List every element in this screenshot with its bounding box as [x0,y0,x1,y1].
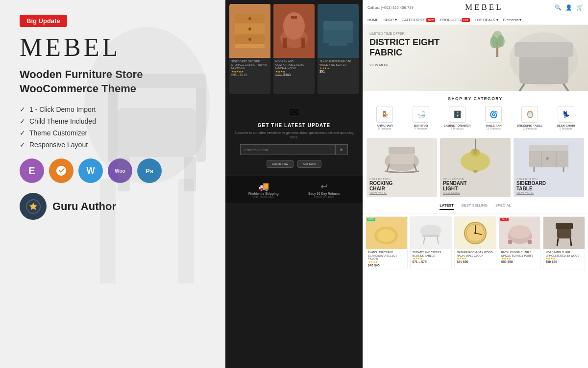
newsletter-email-input[interactable] [240,144,335,155]
svg-rect-26 [323,21,353,30]
hero-plant [490,27,505,59]
category-cabinet[interactable]: 🗄️ CABINET DRAWER 5 Products [440,106,474,130]
svg-line-73 [570,238,571,246]
tab-special[interactable]: SPECIAL [495,203,511,210]
category-armchair[interactable]: 🪑 ARMCHAIR 5 Products [368,106,402,130]
product-card-lounge[interactable]: SALE RIVO LOUNGE CHAIR 3 SINGLE SOFAS & … [499,216,541,269]
category-fan[interactable]: 🌀 TABLE FAN 13 Products [476,106,511,130]
product-sale-badge: SALE [500,218,509,221]
lounge-img [499,217,540,249]
product-tabs: LATEST BEST SELLING SPECIAL [363,200,588,213]
svg-rect-70 [557,228,571,238]
svg-point-36 [490,36,498,48]
svg-point-5 [29,204,31,206]
svg-point-56 [377,229,395,242]
newsletter-send-button[interactable]: ➤ [335,144,348,155]
nav-home[interactable]: HOME [368,18,379,22]
pendant-light-img [440,138,511,175]
svg-point-18 [248,27,251,30]
nav-deals[interactable]: TOP DEALS ▾ [475,18,498,22]
svg-line-32 [519,84,524,91]
dark-product-card[interactable]: SIDEBOARD BEDSIDE STORAGE CABINET WITH 6… [229,4,270,94]
rocking-chair-link[interactable]: VIEW MORE [369,191,434,194]
search-icon[interactable]: 🔍 [555,4,562,11]
newsletter-title: GET THE LATEST UPDATE [233,123,355,128]
pendant-light-info: COLLECTION PENDANTLIGHT VIEW MORE [440,175,511,197]
svg-rect-30 [519,54,568,84]
store-nav: HOME SHOP ▾ CATEGORIES NEW PRODUCTS HOT … [363,15,588,25]
nav-products[interactable]: PRODUCTS HOT [440,18,470,22]
rocking-chair-img [367,138,437,175]
collections-row: COLLECTION ROCKINGCHAIR VIEW MORE [363,135,588,200]
bathtub-icon: 🛁 [413,106,429,123]
categories-badge: NEW [426,18,435,22]
svg-point-46 [473,170,478,173]
app-store-button[interactable]: App Store [297,160,321,168]
pillow-img [366,217,407,249]
shipping-sub: Order Above $100 [248,195,278,198]
category-desk[interactable]: 💺 DESK CHAIR 5 Products [549,106,583,130]
cabinet-icon: 🗄️ [449,106,466,123]
collection-pendant-light[interactable]: COLLECTION PENDANTLIGHT VIEW MORE [440,138,511,197]
cart-icon[interactable]: 🛒 [576,4,583,11]
left-panel: Big Update MEBEL Wooden Furniture Store … [0,0,225,368]
svg-line-72 [557,238,558,246]
dark-product-card[interactable]: JANSO FURNITURE OAK WOOD TWO SEATER ★★★★… [318,4,359,94]
shipping-bar: 🚚 Worldwide Shipping Order Above $100 ↩ … [225,176,363,203]
svg-rect-69 [528,240,532,244]
dark-product-name: SIDEBOARD BEDSIDE STORAGE CABINET WITH 6… [231,60,269,70]
svg-rect-24 [291,16,297,19]
elementor-icon: E [20,158,44,183]
account-icon[interactable]: 👤 [565,4,572,11]
dark-product-card[interactable]: MODERN AND COMFORTABLE ACRA LOUNGE CHAIR… [273,4,315,94]
rocking-chair-info: COLLECTION ROCKINGCHAIR VIEW MORE [367,175,437,197]
newsletter-form[interactable]: ➤ [240,144,348,155]
svg-rect-68 [508,240,512,244]
nav-elements[interactable]: Elements ▾ [503,18,521,22]
category-bathtub[interactable]: 🛁 BATHTUB 4 Products [404,106,438,130]
svg-rect-71 [556,223,573,229]
hero-view-more-button[interactable]: VIEW MORE [369,63,390,67]
svg-rect-12 [184,157,196,191]
product-info: THEWBY END TABLES BEDSIDE TABLES ★★★★ $7… [411,249,452,265]
svg-rect-9 [196,79,206,162]
product-card-pillow[interactable]: NEW EVANS LIGHTFIELD SCANDINAVIA SELECT … [366,216,408,269]
store-phone: Call us: (+002) 325-456-789 [368,5,414,10]
dark-product-price: $95 – $119 [231,73,269,77]
product-info: NIVI DINING CHAIR UPHOLSTERED 3D WOOD ★★… [543,249,585,265]
svg-point-19 [248,38,251,41]
nav-shop[interactable]: SHOP ▾ [384,18,397,22]
svg-rect-48 [529,150,568,167]
nav-categories[interactable]: CATEGORIES NEW [402,18,435,22]
check-icon: ✓ [20,129,25,137]
dressing-icon: 🪞 [521,106,538,123]
product-badge: NEW [367,218,375,221]
product-card-clock[interactable]: NATURE ROOM OAK WOOD RADIO WALL CLOCK ★★… [454,216,496,269]
shipping-item: 🚚 Worldwide Shipping Order Above $100 [248,181,278,198]
product-card-table[interactable]: THEWBY END TABLES BEDSIDE TABLES ★★★★ $7… [410,216,452,269]
svg-rect-10 [108,74,206,88]
tab-best-selling[interactable]: BEST SELLING [462,203,488,210]
svg-point-6 [35,204,37,206]
svg-point-51 [546,157,549,160]
shipping-icon: 🚚 [248,181,278,192]
store-hero: LIMITED TIME OFFER !! DISTRICT EIGHTFABR… [363,25,588,91]
collection-sideboard-table[interactable]: COLLECTION SIDEBOARDTABLE VIEW MORE [514,138,584,197]
hero-title: DISTRICT EIGHTFABRIC [369,37,448,57]
product-card-dining[interactable]: NIVI DINING CHAIR UPHOLSTERED 3D WOOD ★★… [543,216,585,269]
category-dressing[interactable]: 🪞 DRESSING TABLE 13 Products [513,106,547,130]
dining-img [543,217,585,249]
svg-rect-27 [323,43,329,49]
pendant-light-link[interactable]: VIEW MORE [443,191,508,194]
store-right-panel: Call us: (+002) 325-456-789 MEBEL 🔍 👤 🛒 … [363,0,588,368]
armchair-icon: 🪑 [376,106,393,123]
desk-icon: 💺 [558,106,574,123]
google-play-button[interactable]: Google Play [267,160,294,168]
collection-rocking-chair[interactable]: COLLECTION ROCKINGCHAIR VIEW MORE [367,138,437,197]
dark-product-name: MODERN AND COMFORTABLE ACRA LOUNGE CHAIR [275,60,313,70]
sideboard-table-link[interactable]: VIEW MORE [516,191,581,194]
big-update-badge: Big Update [20,15,67,27]
categories-section: SHOP BY CATEGORY 🪑 ARMCHAIR 5 Products 🛁… [363,91,588,135]
categories-title: SHOP BY CATEGORY [368,96,583,101]
tab-latest[interactable]: LATEST [440,203,454,210]
